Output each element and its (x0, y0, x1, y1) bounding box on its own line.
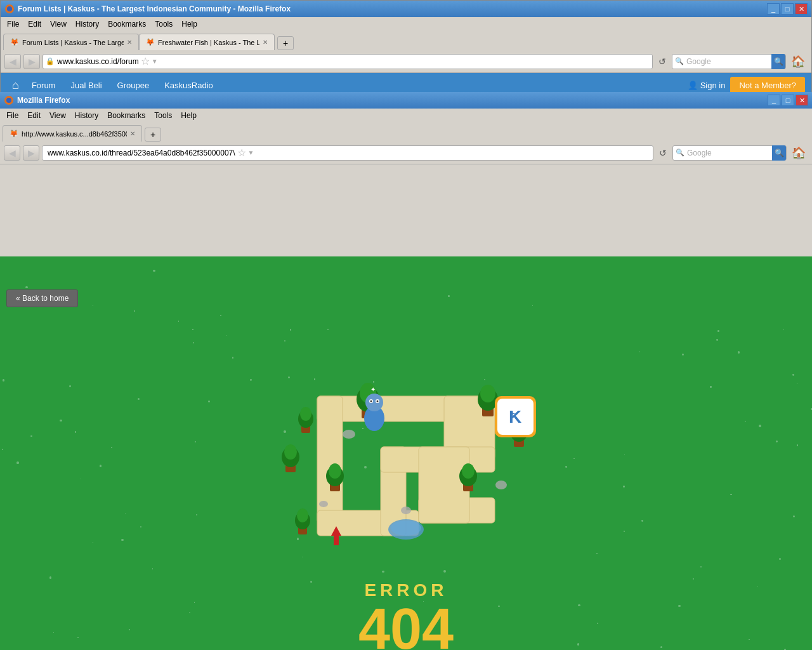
svg-point-48 (365, 394, 383, 411)
inner-dropdown-arrow-icon[interactable]: ▼ (248, 149, 254, 156)
outer-window-title: Forum Lists | Kaskus - The Largest Indon… (18, 4, 291, 13)
search-submit-button[interactable]: 🔍 (771, 54, 785, 69)
forward-button[interactable]: ▶ (23, 54, 40, 69)
tab-0-label: Forum Lists | Kaskus - The Largest Indon… (22, 39, 124, 46)
svg-point-37 (343, 430, 355, 439)
menu-history[interactable]: History (72, 18, 103, 30)
inner-title-bar: Mozilla Firefox _ □ ✕ (0, 92, 812, 109)
refresh-button[interactable]: ↺ (655, 54, 669, 69)
inner-url-display[interactable]: www.kaskus.co.id/thread/523ea64a0d8b462f… (48, 149, 235, 157)
inner-firefox-icon (4, 95, 14, 105)
tab-1-close[interactable]: ✕ (263, 39, 268, 46)
svg-point-30 (462, 463, 475, 479)
inner-firefox-window: Mozilla Firefox _ □ ✕ File Edit View His… (0, 92, 812, 650)
menu-tools[interactable]: Tools (151, 18, 176, 30)
inner-menu-bookmarks[interactable]: Bookmarks (103, 110, 149, 121)
maximize-button[interactable]: □ (781, 3, 794, 15)
inner-window-title: Mozilla Firefox (17, 96, 70, 105)
close-button[interactable]: ✕ (795, 3, 808, 15)
inner-search-submit-button[interactable]: 🔍 (772, 145, 786, 161)
url-display[interactable]: www.kaskus.co.id/forum (57, 57, 139, 66)
back-to-home-button[interactable]: « Back to home (6, 289, 78, 307)
menu-edit[interactable]: Edit (24, 18, 45, 30)
inner-forward-button[interactable]: ▶ (23, 145, 39, 161)
outer-search-input[interactable]: Google (686, 57, 771, 66)
svg-point-36 (300, 407, 311, 421)
svg-rect-12 (419, 447, 469, 523)
menu-file[interactable]: File (3, 18, 23, 30)
menu-help[interactable]: Help (178, 18, 201, 30)
inner-menu-edit[interactable]: Edit (23, 110, 44, 121)
outer-menubar: File Edit View History Bookmarks Tools H… (1, 17, 811, 31)
outer-title-bar: Forum Lists | Kaskus - The Largest Indon… (1, 1, 811, 17)
inner-menu-file[interactable]: File (3, 110, 22, 121)
svg-point-27 (284, 444, 297, 460)
inner-addressbar: ◀ ▶ www.kaskus.co.id/thread/523ea64a0d8b… (0, 142, 812, 164)
inner-bookmark-star-icon[interactable]: ☆ (235, 147, 248, 159)
tab-1-label: Freshwater Fish | Kaskus - The Largest I… (158, 39, 259, 46)
search-engine-icon: 🔍 (672, 57, 686, 65)
error-text-block: ERROR 404 WE CAN'T FIND THE PAGE YOU ARE… (315, 580, 497, 650)
signin-button[interactable]: 👤 Sign in (688, 81, 726, 90)
error-illustration: K + ✦ (260, 371, 552, 650)
inner-menu-history[interactable]: History (71, 110, 102, 121)
menu-bookmarks[interactable]: Bookmarks (104, 18, 150, 30)
maze-graphic: K + ✦ (266, 371, 546, 574)
inner-menu-help[interactable]: Help (177, 110, 200, 121)
inner-close-button[interactable]: ✕ (796, 95, 808, 106)
home-nav-button[interactable]: 🏠 (789, 55, 808, 69)
inner-tab-0-label: http://www.kaskus.c...d8b462f35000007%5C (22, 130, 127, 138)
inner-new-tab-button[interactable]: + (145, 128, 161, 142)
inner-tabs-bar: 🦊 http://www.kaskus.c...d8b462f35000007%… (0, 123, 812, 142)
inner-refresh-button[interactable]: ↺ (656, 145, 670, 161)
inner-tab-0-icon: 🦊 (10, 129, 18, 138)
tab-1[interactable]: 🦊 Freshwater Fish | Kaskus - The Largest… (139, 34, 275, 50)
outer-addressbar: ◀ ▶ 🔒 www.kaskus.co.id/forum ☆ ▼ ↺ 🔍 Goo… (1, 50, 811, 73)
svg-point-1 (7, 6, 12, 11)
nav-forum[interactable]: Forum (24, 81, 63, 90)
signin-label: Sign in (700, 81, 726, 90)
firefox-logo-icon (4, 4, 15, 14)
svg-point-3 (6, 98, 11, 103)
inner-maximize-button[interactable]: □ (782, 95, 794, 106)
svg-text:✦: ✦ (370, 386, 376, 393)
svg-point-51 (370, 401, 372, 402)
kaskus-nav-right: 👤 Sign in Not a Member? (688, 77, 805, 94)
inner-menu-view[interactable]: View (46, 110, 70, 121)
inner-search-input[interactable]: Google (687, 149, 772, 157)
inner-tab-0[interactable]: 🦊 http://www.kaskus.c...d8b462f35000007%… (3, 125, 142, 142)
inner-minimize-button[interactable]: _ (768, 95, 780, 106)
inner-title-text: Mozilla Firefox (4, 95, 70, 105)
outer-win-controls: _ □ ✕ (767, 3, 808, 15)
nav-kaskusradio[interactable]: KaskusRadio (157, 81, 221, 90)
new-tab-button[interactable]: + (277, 36, 294, 50)
svg-point-38 (401, 507, 411, 514)
nav-groupee[interactable]: Groupee (110, 81, 157, 90)
error-code: 404 (315, 600, 497, 650)
tab-0-close[interactable]: ✕ (127, 39, 132, 46)
tab-0[interactable]: 🦊 Forum Lists | Kaskus - The Largest Ind… (3, 34, 139, 50)
svg-point-39 (495, 481, 507, 489)
svg-point-40 (319, 501, 328, 507)
inner-back-button[interactable]: ◀ (4, 145, 20, 161)
outer-title-text: Forum Lists | Kaskus - The Largest Indon… (4, 4, 291, 14)
menu-view[interactable]: View (46, 18, 70, 30)
outer-firefox-window: Forum Lists | Kaskus - The Largest Indon… (0, 0, 812, 92)
page-lock-icon: 🔒 (46, 57, 55, 65)
dropdown-arrow-icon[interactable]: ▼ (152, 58, 158, 65)
tab-0-icon: 🦊 (10, 38, 19, 46)
svg-point-18 (480, 385, 495, 402)
outer-tabs-bar: 🦊 Forum Lists | Kaskus - The Largest Ind… (1, 31, 811, 50)
svg-point-33 (297, 508, 308, 522)
inner-win-controls: _ □ ✕ (768, 95, 808, 106)
inner-home-nav-button[interactable]: 🏠 (789, 146, 808, 160)
not-member-button[interactable]: Not a Member? (730, 77, 805, 94)
tab-1-icon: 🦊 (146, 38, 155, 46)
back-button[interactable]: ◀ (4, 54, 21, 69)
kaskus-home-icon[interactable]: ⌂ (7, 79, 24, 92)
inner-tab-0-close[interactable]: ✕ (130, 130, 135, 137)
nav-jualbeli[interactable]: Jual Beli (63, 81, 109, 90)
minimize-button[interactable]: _ (767, 3, 780, 15)
bookmark-star-icon[interactable]: ☆ (139, 55, 152, 67)
inner-menu-tools[interactable]: Tools (150, 110, 176, 121)
